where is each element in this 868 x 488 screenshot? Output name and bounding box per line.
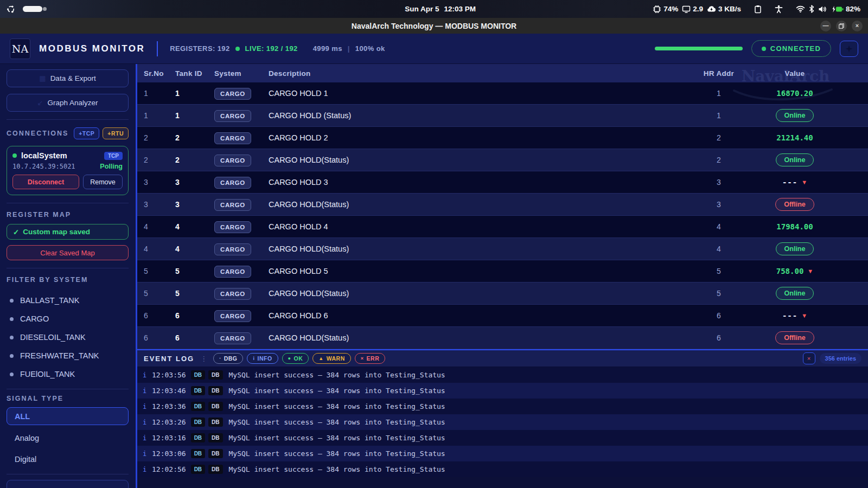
cell-srno: 2: [144, 133, 175, 142]
divider: [7, 474, 129, 474]
add-rtu-button[interactable]: +RTU: [103, 127, 129, 139]
log-filter-chip-dbg[interactable]: · DBG: [213, 353, 243, 364]
cell-hraddr: 6: [684, 311, 754, 320]
system-filter-item-ballast_tank[interactable]: BALLAST_TANK: [7, 291, 129, 310]
accessibility-icon[interactable]: [775, 5, 783, 14]
analog-value: 758.00: [776, 267, 804, 275]
cell-system: CARGO: [214, 155, 269, 165]
bullet-dot-icon: [10, 354, 14, 358]
table-row[interactable]: 5 5 CARGO CARGO HOLD 5 5 758.00▼: [137, 260, 868, 282]
bluetooth-icon[interactable]: [809, 5, 814, 13]
connections-title: CONNECTIONS: [7, 130, 68, 137]
table-row[interactable]: 3 3 CARGO CARGO HOLD 3 3 ---▼: [137, 171, 868, 194]
table-row[interactable]: 1 1 CARGO CARGO HOLD 1 1 16870.20: [137, 82, 868, 105]
table-row[interactable]: 5 5 CARGO CARGO HOLD(Status) 5 Online: [137, 282, 868, 305]
volume-icon[interactable]: [818, 5, 827, 13]
signal-type-digital[interactable]: Digital: [7, 451, 129, 467]
table-row[interactable]: 3 3 CARGO CARGO HOLD(Status) 3 Offline: [137, 194, 868, 216]
workspace-indicator[interactable]: [23, 6, 42, 12]
data-export-button[interactable]: ▦ Data & Export: [7, 69, 129, 87]
log-row[interactable]: i 12:02:56 DBDB MySQL insert success — 3…: [137, 461, 868, 477]
ubuntu-logo-icon[interactable]: [7, 5, 15, 14]
wifi-icon[interactable]: [796, 5, 805, 12]
connected-badge[interactable]: CONNECTED: [751, 40, 831, 57]
clear-saved-map-button[interactable]: Clear Saved Map: [7, 245, 129, 260]
signal-type-analog[interactable]: Analog: [7, 430, 129, 446]
col-system[interactable]: System: [214, 69, 269, 78]
cell-srno: 2: [144, 156, 175, 164]
log-row[interactable]: i 12:03:56 DBDB MySQL insert success — 3…: [137, 367, 868, 383]
clear-log-button[interactable]: ×: [803, 352, 815, 364]
system-filter-label: FRESHWATER_TANK: [20, 351, 99, 360]
system-filter-item-fueloil_tank[interactable]: FUElOIL_TANK: [7, 365, 129, 383]
cell-value: Offline: [754, 331, 835, 344]
log-row[interactable]: i 12:03:46 DBDB MySQL insert success — 3…: [137, 383, 868, 399]
col-description[interactable]: Description: [269, 69, 684, 78]
app-title: MODBUS MONITOR: [39, 43, 145, 54]
log-filter-chip-warn[interactable]: ▲ WARN: [312, 353, 351, 364]
maximize-button[interactable]: [836, 21, 847, 31]
system-filter-item-freshwater_tank[interactable]: FRESHWATER_TANK: [7, 346, 129, 365]
log-row[interactable]: i 12:03:06 DBDB MySQL insert success — 3…: [137, 446, 868, 461]
db-tag-badge: DB: [191, 465, 205, 474]
cell-srno: 4: [144, 222, 175, 231]
remove-button[interactable]: Remove: [83, 175, 123, 189]
theme-toggle-button[interactable]: [840, 41, 858, 57]
table-row[interactable]: 6 6 CARGO CARGO HOLD(Status) 6 Offline: [137, 327, 868, 349]
clock[interactable]: Sun Apr 5 12:03 PM: [228, 5, 653, 13]
system-filter-item-cargo[interactable]: CARGO: [7, 310, 129, 328]
clipboard-icon[interactable]: [754, 5, 762, 14]
workspace-dot[interactable]: [43, 7, 47, 11]
sidebar-bottom-button[interactable]: [7, 480, 129, 488]
battery-icon[interactable]: [831, 5, 844, 13]
table-row[interactable]: 2 2 CARGO CARGO HOLD(Status) 2 Online: [137, 149, 868, 171]
log-row[interactable]: i 12:03:26 DBDB MySQL insert success — 3…: [137, 414, 868, 430]
table-row[interactable]: 1 1 CARGO CARGO HOLD (Status) 1 Online: [137, 105, 868, 127]
table-row[interactable]: 2 2 CARGO CARGO HOLD 2 2 21214.40: [137, 127, 868, 149]
cell-hraddr: 4: [684, 245, 754, 253]
table-row[interactable]: 4 4 CARGO CARGO HOLD 4 4 17984.00: [137, 216, 868, 238]
table-row[interactable]: 6 6 CARGO CARGO HOLD 6 6 ---▼: [137, 305, 868, 327]
analog-value: 16870.20: [776, 89, 813, 98]
col-srno[interactable]: Sr.No: [144, 69, 175, 78]
minimize-button[interactable]: —: [820, 21, 831, 31]
log-message: MySQL insert success — 384 rows into Tes…: [229, 402, 445, 410]
kebab-icon[interactable]: ⋮: [200, 355, 207, 363]
chip-label: ERR: [367, 355, 380, 362]
sidebar: ▦ Data & Export ↙ Graph Analyzer CONNECT…: [0, 64, 136, 488]
table-row[interactable]: 4 4 CARGO CARGO HOLD(Status) 4 Online: [137, 238, 868, 260]
system-filter-item-dieseloil_tank[interactable]: DIESELOIL_TANK: [7, 328, 129, 346]
graph-analyzer-button[interactable]: ↙ Graph Analyzer: [7, 94, 129, 112]
disconnect-button[interactable]: Disconnect: [12, 175, 79, 189]
cell-value: Offline: [754, 198, 835, 211]
col-value[interactable]: Value: [754, 69, 835, 78]
log-filter-chip-info[interactable]: i INFO: [247, 353, 278, 364]
offline-status-badge: Offline: [775, 331, 814, 344]
log-tags: DBDB: [191, 433, 223, 442]
close-button[interactable]: ×: [852, 21, 863, 31]
status-tray[interactable]: 74% 2.9 3 KB/s 82%: [653, 5, 868, 14]
system-badge: CARGO: [214, 199, 251, 211]
log-filter-chip-ok[interactable]: ● OK: [282, 353, 309, 364]
chart-icon: ↙: [37, 99, 43, 107]
log-row[interactable]: i 12:03:36 DBDB MySQL insert success — 3…: [137, 399, 868, 414]
db-tag-badge: DB: [208, 418, 222, 427]
info-marker-icon: i: [143, 419, 147, 426]
cell-value: 17984.00: [754, 222, 835, 231]
signal-type-all[interactable]: ALL: [7, 407, 129, 425]
col-tankid[interactable]: Tank ID: [175, 69, 214, 78]
log-filter-chip-err[interactable]: × ERR: [355, 353, 385, 364]
cell-system: CARGO: [214, 177, 269, 187]
add-tcp-button[interactable]: +TCP: [74, 127, 99, 139]
cell-value: 758.00▼: [754, 267, 835, 275]
log-timestamp: 12:03:16: [152, 434, 186, 442]
db-tag-badge: DB: [191, 433, 205, 442]
connection-status-dot: [12, 153, 17, 158]
system-badge: CARGO: [214, 310, 251, 322]
col-hraddr[interactable]: HR Addr: [684, 69, 754, 78]
cell-value: Online: [754, 109, 835, 122]
check-icon: ✓: [13, 228, 19, 236]
cell-value: ---▼: [754, 178, 835, 187]
map-saved-label: Custom map saved: [23, 228, 90, 236]
log-row[interactable]: i 12:03:16 DBDB MySQL insert success — 3…: [137, 430, 868, 446]
